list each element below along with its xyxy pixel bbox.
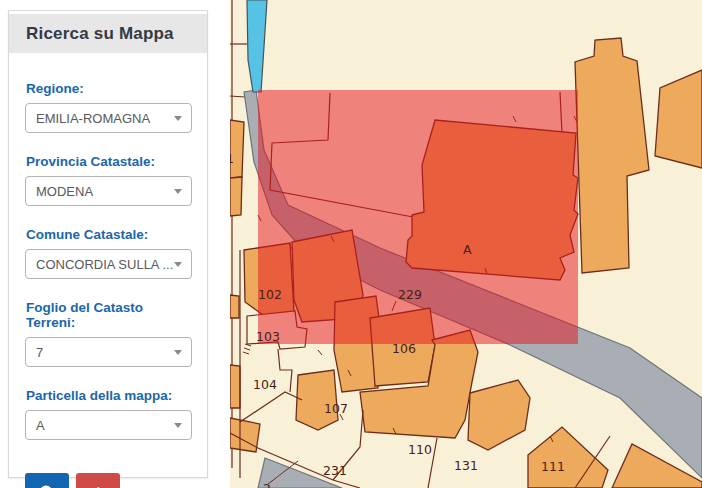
parcel-label-103: 103	[256, 329, 280, 344]
cadastral-search-app: Ricerca su Mappa Regione: EMILIA-ROMAGNA…	[0, 0, 702, 488]
foglio-select[interactable]: 7	[25, 337, 192, 367]
parcel-label-111: 111	[541, 459, 565, 474]
chevron-down-icon	[174, 116, 182, 121]
foglio-value: 7	[36, 345, 43, 360]
search-panel: Ricerca su Mappa Regione: EMILIA-ROMAGNA…	[8, 10, 208, 478]
parcel-107	[296, 370, 338, 430]
provincia-label: Provincia Catastale:	[26, 154, 192, 169]
parcel-label-102: 102	[258, 287, 282, 302]
field-particella: Particella della mappa: A	[25, 388, 192, 440]
parcel	[230, 120, 244, 178]
parcel	[230, 177, 242, 216]
parcel-label-229: 229	[398, 287, 422, 302]
field-regione: Regione: EMILIA-ROMAGNA	[25, 81, 192, 133]
comune-select[interactable]: CONCORDIA SULLA ...	[25, 249, 192, 279]
map-viewport[interactable]: 11021031041061071101111312292312A	[230, 0, 702, 488]
parcel	[230, 295, 239, 318]
cadastral-map-svg: 11021031041061071101111312292312A	[230, 0, 702, 488]
field-provincia: Provincia Catastale: MODENA	[25, 154, 192, 206]
provincia-select[interactable]: MODENA	[25, 176, 192, 206]
parcel-label-A: A	[463, 242, 472, 257]
comune-label: Comune Catastale:	[26, 227, 192, 242]
parcel-label-231: 231	[323, 463, 347, 478]
particella-label: Particella della mappa:	[26, 388, 192, 403]
magnifier-icon	[38, 484, 57, 488]
comune-value: CONCORDIA SULLA ...	[36, 257, 173, 272]
parcel	[230, 365, 240, 408]
field-foglio: Foglio del Catasto Terreni: 7	[25, 300, 192, 367]
regione-value: EMILIA-ROMAGNA	[36, 111, 150, 126]
regione-label: Regione:	[26, 81, 192, 96]
search-button[interactable]	[25, 473, 69, 488]
eraser-icon	[88, 484, 108, 488]
particella-select[interactable]: A	[25, 410, 192, 440]
button-row	[25, 473, 192, 488]
regione-select[interactable]: EMILIA-ROMAGNA	[25, 103, 192, 133]
chevron-down-icon	[174, 189, 182, 194]
particella-value: A	[36, 418, 45, 433]
provincia-value: MODENA	[36, 184, 93, 199]
foglio-label: Foglio del Catasto Terreni:	[26, 300, 192, 330]
parcel-label-131: 131	[454, 458, 478, 473]
chevron-down-icon	[174, 350, 182, 355]
field-comune: Comune Catastale: CONCORDIA SULLA ...	[25, 227, 192, 279]
chevron-down-icon	[174, 262, 182, 267]
parcel-label-107: 107	[324, 401, 348, 416]
highlight-overlay	[258, 90, 578, 344]
panel-title: Ricerca su Mappa	[9, 14, 207, 53]
chevron-down-icon	[174, 423, 182, 428]
parcel-label-2: 2	[263, 481, 271, 488]
parcel-label-106: 106	[392, 341, 416, 356]
panel-body: Regione: EMILIA-ROMAGNA Provincia Catast…	[9, 53, 207, 488]
clear-button[interactable]	[76, 473, 120, 488]
parcel-label-110: 110	[408, 442, 432, 457]
parcel-label-104: 104	[253, 377, 277, 392]
parcel-label-1: 1	[230, 151, 234, 166]
